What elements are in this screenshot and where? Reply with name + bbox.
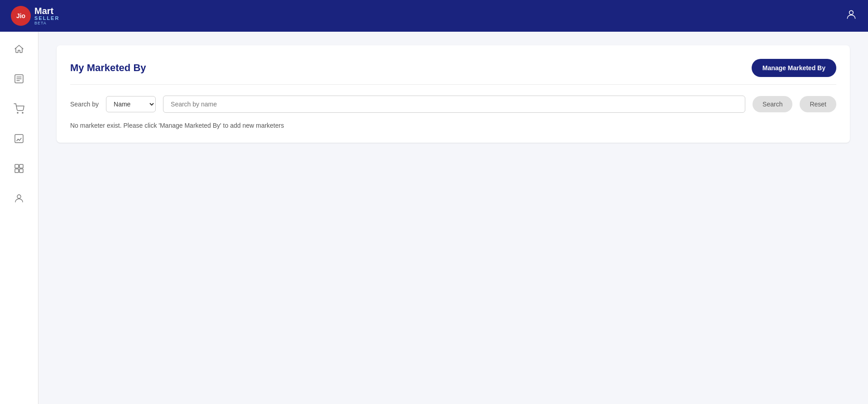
marketed-by-card: My Marketed By Manage Marketed By Search… bbox=[57, 45, 850, 143]
svg-rect-9 bbox=[19, 164, 23, 168]
search-by-dropdown[interactable]: Name bbox=[106, 96, 156, 112]
app-header: Jio Mart SELLER BETA bbox=[0, 0, 868, 32]
logo-seller: SELLER bbox=[34, 15, 59, 21]
svg-point-6 bbox=[22, 112, 23, 113]
svg-point-0 bbox=[849, 10, 854, 14]
search-by-label: Search by bbox=[70, 101, 99, 108]
svg-rect-11 bbox=[19, 169, 23, 173]
search-button[interactable]: Search bbox=[753, 96, 792, 112]
svg-rect-10 bbox=[15, 169, 19, 173]
svg-point-5 bbox=[17, 112, 18, 113]
sidebar-item-home[interactable] bbox=[11, 41, 27, 57]
sidebar-item-orders[interactable] bbox=[11, 71, 27, 87]
svg-rect-7 bbox=[15, 135, 23, 143]
card-header: My Marketed By Manage Marketed By bbox=[70, 59, 836, 85]
empty-state-message: No marketer exist. Please click 'Manage … bbox=[70, 122, 836, 129]
svg-rect-8 bbox=[15, 164, 19, 168]
logo-container: Jio Mart SELLER BETA bbox=[11, 6, 59, 26]
manage-marketed-by-button[interactable]: Manage Marketed By bbox=[752, 59, 836, 77]
sidebar-item-cart[interactable] bbox=[11, 101, 27, 117]
logo-text-group: Mart SELLER BETA bbox=[34, 6, 59, 25]
sidebar bbox=[0, 32, 38, 404]
jio-logo-circle: Jio bbox=[11, 6, 31, 26]
logo-mart: Mart bbox=[34, 6, 59, 15]
reset-button[interactable]: Reset bbox=[800, 96, 836, 112]
main-content: My Marketed By Manage Marketed By Search… bbox=[38, 32, 868, 404]
user-icon[interactable] bbox=[845, 9, 857, 23]
sidebar-item-catalog[interactable] bbox=[11, 160, 27, 177]
sidebar-item-reports[interactable] bbox=[11, 130, 27, 147]
search-row: Search by Name Search Reset bbox=[70, 96, 836, 113]
main-layout: My Marketed By Manage Marketed By Search… bbox=[0, 32, 868, 404]
logo-beta: BETA bbox=[34, 21, 59, 25]
search-input[interactable] bbox=[163, 96, 745, 113]
sidebar-item-account[interactable] bbox=[11, 190, 27, 207]
svg-point-12 bbox=[17, 195, 21, 198]
page-title: My Marketed By bbox=[70, 62, 146, 74]
